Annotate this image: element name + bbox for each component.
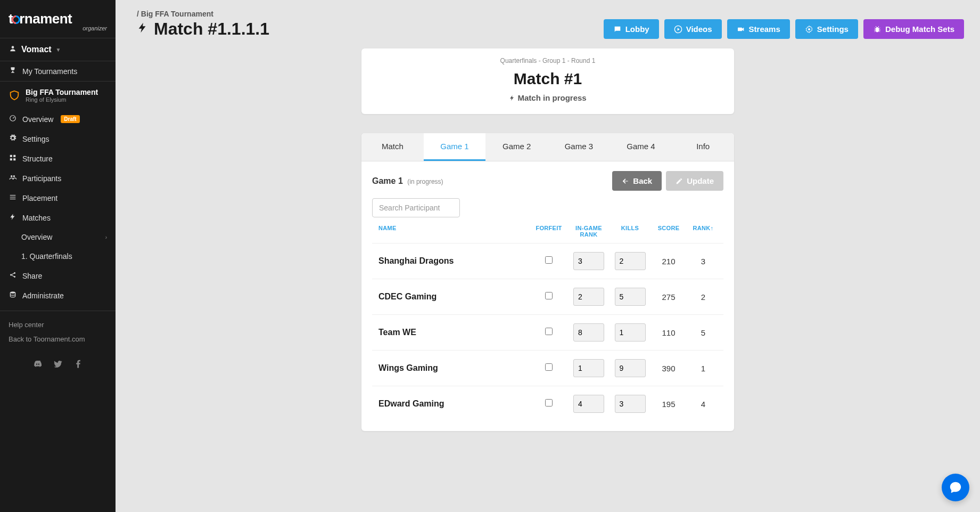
table-row: Shanghai Dragons2103 (372, 243, 723, 279)
score-value: 275 (650, 292, 687, 302)
nav-structure[interactable]: Structure (0, 149, 116, 168)
gear-icon (805, 25, 813, 34)
table-row: CDEC Gaming2752 (372, 279, 723, 314)
lobby-button[interactable]: Lobby (604, 19, 659, 39)
match-title: Match #1 (372, 70, 723, 88)
gear-icon (9, 134, 17, 143)
nav-settings[interactable]: Settings (0, 129, 116, 149)
main: / Big FFA Tournament Match #1.1.1.1 Lobb… (116, 0, 980, 512)
kills-input[interactable] (615, 252, 646, 270)
debug-button[interactable]: Debug Match Sets (863, 19, 964, 39)
list-icon (9, 193, 17, 202)
share-icon (9, 271, 17, 280)
forfeit-checkbox[interactable] (545, 256, 553, 264)
col-forfeit[interactable]: FORFEIT (530, 225, 567, 238)
col-kills[interactable]: KILLS (610, 225, 650, 238)
tab-game2[interactable]: Game 2 (485, 133, 548, 161)
table-body: Shanghai Dragons2103CDEC Gaming2752Team … (372, 243, 723, 421)
forfeit-checkbox[interactable] (545, 292, 553, 299)
rank-value: 2 (687, 292, 719, 302)
participant-name: CDEC Gaming (376, 292, 530, 302)
table-row: Wings Gaming3901 (372, 350, 723, 386)
update-button[interactable]: Update (666, 171, 723, 191)
svg-rect-9 (10, 197, 16, 197)
tab-game3[interactable]: Game 3 (548, 133, 610, 161)
tab-game4[interactable]: Game 4 (610, 133, 672, 161)
twitter-icon[interactable] (53, 359, 63, 371)
user-name: Vomact (21, 45, 52, 54)
logo[interactable]: trnament organizer (0, 0, 116, 38)
kills-input[interactable] (615, 288, 646, 306)
participant-name: Team WE (376, 328, 530, 337)
col-score[interactable]: SCORE (650, 225, 687, 238)
nav-matches[interactable]: Matches (0, 208, 116, 227)
table-header: NAME FORFEIT IN-GAME RANK KILLS SCORE RA… (372, 217, 723, 243)
svg-rect-3 (13, 155, 15, 157)
nav-share[interactable]: Share (0, 266, 116, 286)
kills-input[interactable] (615, 359, 646, 377)
col-ingame-rank[interactable]: IN-GAME RANK (567, 225, 610, 238)
dashboard-icon (9, 115, 17, 124)
search-participant-input[interactable] (372, 198, 460, 217)
forfeit-checkbox[interactable] (545, 363, 553, 371)
streams-button[interactable]: Streams (727, 19, 790, 39)
nav-participants[interactable]: Participants (0, 168, 116, 188)
help-center-link[interactable]: Help center (9, 318, 107, 332)
back-button[interactable]: Back (612, 171, 662, 191)
svg-rect-5 (13, 158, 15, 160)
back-to-site-link[interactable]: Back to Toornament.com (9, 332, 107, 346)
rank-value: 4 (687, 400, 719, 409)
tabs: Match Game 1 Game 2 Game 3 Game 4 Info (361, 133, 734, 161)
nav-tournament[interactable]: Big FFA Tournament Ring of Elysium (0, 82, 116, 109)
user-menu[interactable]: Vomact ▼ (0, 38, 116, 61)
score-value: 110 (650, 328, 687, 337)
score-value: 390 (650, 364, 687, 373)
trophy-icon (9, 67, 17, 76)
breadcrumb[interactable]: / Big FFA Tournament (137, 10, 604, 18)
discord-icon[interactable] (33, 359, 43, 371)
ingame-rank-input[interactable] (573, 323, 604, 342)
ingame-rank-input[interactable] (573, 359, 604, 377)
bolt-icon (509, 95, 515, 101)
forfeit-checkbox[interactable] (545, 399, 553, 407)
rank-value: 3 (687, 257, 719, 266)
col-name[interactable]: NAME (376, 225, 530, 238)
rank-value: 1 (687, 364, 719, 373)
forfeit-checkbox[interactable] (545, 328, 553, 335)
nav-administrate[interactable]: Administrate (0, 286, 116, 305)
ingame-rank-input[interactable] (573, 252, 604, 270)
ingame-rank-input[interactable] (573, 395, 604, 413)
col-rank[interactable]: RANK↑ (687, 225, 719, 238)
nav-matches-overview[interactable]: Overview › (0, 227, 116, 247)
pencil-icon (676, 177, 683, 185)
nav-placement[interactable]: Placement (0, 188, 116, 208)
draft-badge: Draft (61, 115, 79, 123)
table-row: EDward Gaming1954 (372, 386, 723, 421)
svg-rect-8 (10, 195, 16, 196)
table-row: Team WE1105 (372, 314, 723, 350)
tab-game1[interactable]: Game 1 (424, 133, 486, 161)
rank-value: 5 (687, 328, 719, 337)
kills-input[interactable] (615, 323, 646, 342)
nav-quarterfinals[interactable]: 1. Quarterfinals (0, 247, 116, 266)
nav-overview[interactable]: Overview Draft (0, 109, 116, 129)
arrow-left-icon (622, 177, 629, 185)
grid-icon (9, 154, 17, 163)
bolt-icon (9, 213, 17, 222)
score-value: 210 (650, 257, 687, 266)
match-status: Match in progress (372, 93, 723, 102)
kills-input[interactable] (615, 395, 646, 413)
nav-my-tournaments[interactable]: My Tournaments (0, 61, 116, 81)
stage-label: Quarterfinals - Group 1 - Round 1 (372, 57, 723, 64)
facebook-icon[interactable] (73, 359, 83, 371)
svg-point-18 (876, 27, 879, 32)
participant-name: Shanghai Dragons (376, 256, 530, 266)
chat-widget-button[interactable] (942, 474, 969, 501)
ingame-rank-input[interactable] (573, 288, 604, 306)
sort-asc-icon: ↑ (711, 225, 714, 231)
tab-match[interactable]: Match (361, 133, 424, 161)
participant-name: Wings Gaming (376, 363, 530, 373)
settings-button[interactable]: Settings (795, 19, 858, 39)
tab-info[interactable]: Info (672, 133, 734, 161)
videos-button[interactable]: Videos (664, 19, 722, 39)
